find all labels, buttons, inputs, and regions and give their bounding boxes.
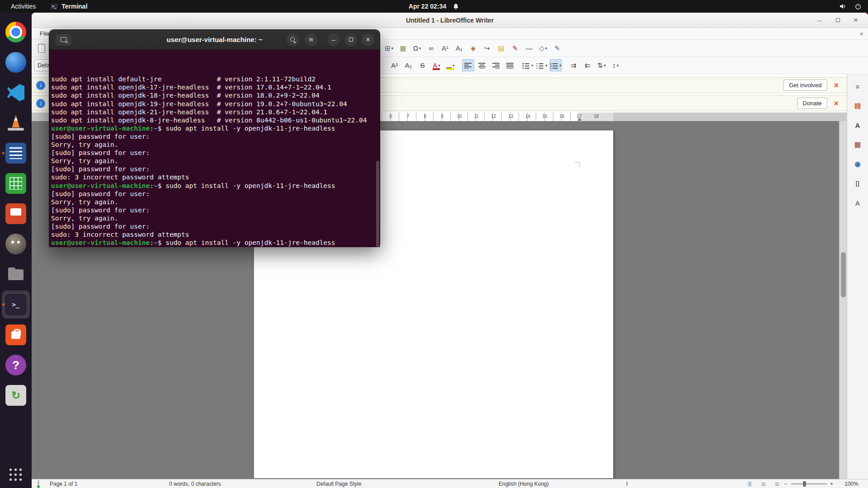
paragraph-spacing-button[interactable]: ↕▾ [609, 59, 622, 71]
writer-titlebar[interactable]: Untitled 1 - LibreOffice Writer – × [32, 13, 868, 28]
line-spacing-button[interactable]: ⇅▾ [595, 59, 608, 71]
zoom-in-button[interactable]: + [830, 481, 833, 487]
dropdown-arrow-icon[interactable]: ▾ [453, 63, 455, 68]
zoom-out-button[interactable]: − [784, 481, 787, 487]
zoom-percent[interactable]: 100% [844, 481, 859, 487]
terminal-minimize-button[interactable]: – [327, 33, 340, 46]
selection-mode-icon[interactable]: Ⅰ [626, 480, 628, 487]
increase-indent-button[interactable]: ⇉ [567, 59, 580, 71]
new-tab-button[interactable] [55, 33, 72, 46]
terminal-launcher[interactable]: >_ [2, 291, 30, 319]
sidebar-settings-tab[interactable]: ≡ [851, 80, 864, 93]
subscript-button[interactable]: A₂ [402, 59, 415, 71]
vlc-launcher[interactable] [2, 109, 30, 137]
insert-footnote-button[interactable]: A¹ [439, 42, 451, 54]
basic-shapes-button[interactable]: ◇▾ [537, 42, 549, 54]
dropdown-arrow-icon[interactable]: ▾ [392, 46, 394, 51]
chrome-launcher[interactable] [2, 18, 30, 46]
terminal-close-button[interactable]: × [362, 33, 374, 46]
scrollbar-thumb[interactable] [841, 252, 846, 297]
writer-launcher[interactable] [2, 139, 30, 167]
impress-icon [5, 203, 26, 224]
help-launcher[interactable]: ? [2, 351, 30, 379]
insert-hyperlink-button[interactable]: ∞ [425, 42, 437, 54]
firefox-launcher[interactable] [2, 48, 30, 76]
dropdown-arrow-icon[interactable]: ▾ [438, 63, 440, 68]
numbered-list-button[interactable]: ▾ [536, 59, 548, 71]
insert-cross-reference-button[interactable]: ↪ [481, 42, 493, 54]
vscode-launcher[interactable] [2, 79, 30, 107]
files-launcher[interactable] [2, 260, 30, 288]
strikethrough-button[interactable]: S [416, 59, 429, 71]
dropdown-arrow-icon[interactable]: ▾ [545, 63, 547, 68]
terminal-search-button[interactable] [287, 33, 299, 46]
insert-comment-button[interactable]: ▤ [495, 42, 507, 54]
calc-launcher[interactable] [2, 169, 30, 197]
dropdown-arrow-icon[interactable]: ▾ [545, 46, 547, 51]
updater-launcher[interactable]: ↻ [2, 381, 30, 409]
insert-table-button[interactable]: ⊞▾ [383, 42, 395, 54]
document-scrollbar[interactable] [839, 121, 847, 479]
word-count-field[interactable]: 0 words, 0 characters [169, 481, 221, 487]
terminal-scrollbar-thumb[interactable] [376, 161, 379, 247]
navigator-tab[interactable]: ◉ [851, 157, 864, 171]
show-applications-button[interactable] [9, 468, 23, 482]
writer-maximize-button[interactable] [833, 15, 843, 25]
page-style-field[interactable]: Default Page Style [316, 481, 361, 487]
insert-special-character-button[interactable]: Ω▾ [411, 42, 423, 54]
bullet-list-button[interactable]: ▾ [522, 59, 534, 71]
properties-tab[interactable]: ▤ [851, 99, 864, 113]
insert-line-button[interactable]: — [523, 42, 535, 54]
multi-page-view-button[interactable]: ▯▯ [760, 481, 766, 487]
writer-close-button[interactable]: × [851, 15, 861, 25]
terminal-menu-button[interactable]: ≡ [305, 33, 317, 46]
save-status-button[interactable] [38, 481, 39, 487]
clock-button[interactable]: Apr 22 02:34 [409, 0, 459, 13]
align-right-button[interactable] [490, 59, 502, 71]
styles-tab[interactable]: A [851, 118, 864, 132]
book-view-button[interactable]: ▯▯ [774, 481, 780, 487]
dropdown-arrow-icon[interactable]: ▾ [419, 46, 421, 51]
focused-app-menu[interactable]: >_ Terminal [50, 3, 87, 10]
align-center-button[interactable] [476, 59, 488, 71]
gallery-tab[interactable]: ▦ [851, 138, 864, 151]
style-inspector-tab[interactable]: A [851, 196, 864, 210]
page-number-field[interactable]: Page 1 of 1 [50, 481, 77, 487]
infobar-close-icon[interactable]: × [834, 99, 839, 108]
activities-button[interactable]: Activities [8, 2, 38, 11]
insert-endnote-button[interactable]: A₁ [453, 42, 465, 54]
close-document-button[interactable]: × [859, 30, 863, 38]
system-status-area[interactable] [839, 3, 862, 10]
impress-launcher[interactable] [2, 200, 30, 228]
outline-list-button[interactable]: ▾ [550, 59, 562, 71]
single-page-view-button[interactable]: ▯ [747, 481, 752, 487]
track-changes-button[interactable]: ✎ [509, 42, 521, 54]
get-involved-button[interactable]: Get involved [783, 80, 827, 91]
gimp-launcher[interactable] [2, 230, 30, 258]
terminal-screen[interactable]: sudo apt install default-jre # version 2… [49, 50, 380, 247]
zoom-slider-handle[interactable] [803, 481, 806, 487]
decrease-indent-button[interactable]: ⇇ [581, 59, 594, 71]
software-launcher[interactable] [2, 321, 30, 349]
dropdown-arrow-icon[interactable]: ▾ [531, 63, 533, 68]
insert-image-button[interactable]: ▦ [397, 42, 409, 54]
font-color-button[interactable]: A▾ [430, 59, 443, 71]
superscript-button[interactable]: A² [388, 59, 401, 71]
terminal-headerbar[interactable]: user@user-virtual-machine: ~ ≡ – × [49, 30, 380, 50]
writer-minimize-button[interactable]: – [815, 15, 825, 25]
terminal-maximize-button[interactable] [344, 33, 357, 46]
zoom-slider[interactable] [791, 483, 827, 484]
language-field[interactable]: English (Hong Kong) [499, 481, 549, 487]
page-tab[interactable]: ▯ [851, 177, 864, 190]
align-left-button[interactable] [462, 59, 474, 71]
dropdown-arrow-icon[interactable]: ▾ [604, 63, 606, 68]
insert-bookmark-button[interactable]: ◈ [467, 42, 479, 54]
dropdown-arrow-icon[interactable]: ▾ [559, 63, 561, 68]
highlight-color-button[interactable]: ▂▾ [444, 59, 457, 71]
infobar-close-icon[interactable]: × [834, 81, 839, 89]
justify-button[interactable] [504, 59, 516, 71]
donate-button[interactable]: Donate [797, 98, 828, 109]
dropdown-arrow-icon[interactable]: ▾ [617, 63, 619, 68]
new-document-button[interactable] [35, 42, 47, 54]
draw-functions-button[interactable]: ✎ [551, 42, 563, 54]
